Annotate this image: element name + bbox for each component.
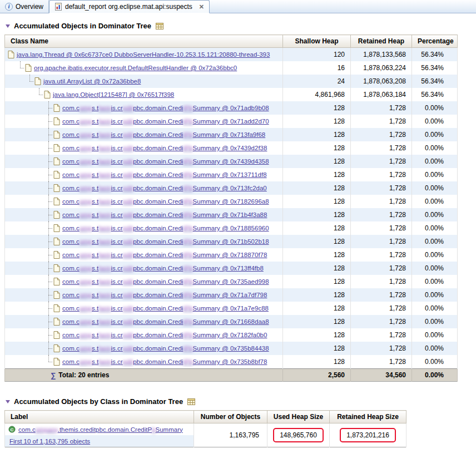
retained-heap-cell: 1,728 [351,101,412,115]
retained-heap-cell: 1,728 [351,355,412,369]
class-link[interactable]: com.comps.themis.creditpbc.domain.Credit… [62,278,269,285]
tree-row[interactable]: java.util.ArrayList @ 0x72a36bbe8241,878… [5,75,458,88]
class-link[interactable]: com.comps.themis.creditpbc.domain.Credit… [62,225,269,231]
tree-row[interactable]: com.comps.themis.creditpbc.domain.Credit… [5,221,458,235]
percentage-cell: 0.00% [412,342,458,355]
class-link[interactable]: com.comps.themis.creditpbc.domain.Credit… [62,318,269,325]
tree-row[interactable]: com.comps.themis.creditpbc.domain.Credit… [5,342,458,355]
retained-heap-highlight-box: 1,873,201,216 [340,428,396,442]
redacted-text: tPb [183,252,192,258]
object-icon [53,238,60,245]
collapse-twisty-icon[interactable] [6,24,10,28]
by-class-label-link[interactable]: com.company.themis.creditpbc.domain.Cred… [18,426,183,433]
tree-connector [45,195,53,208]
close-icon[interactable]: ✕ [199,3,204,11]
by-class-row[interactable]: C com.company.themis.creditpbc.domain.Cr… [5,423,406,447]
redacted-text: hem [98,238,111,245]
class-link[interactable]: org.apache.ibatis.executor.result.Defaul… [34,65,237,71]
tree-row[interactable]: com.comps.themis.creditpbc.domain.Credit… [5,235,458,248]
tree-row[interactable]: com.comps.themis.creditpbc.domain.Credit… [5,155,458,168]
object-icon [8,51,14,58]
class-link[interactable]: com.comps.themis.creditpbc.domain.Credit… [62,211,267,218]
tree-row[interactable]: com.comps.themis.creditpbc.domain.Credit… [5,262,458,275]
class-link[interactable]: com.comps.themis.creditpbc.domain.Credit… [62,158,269,165]
class-link[interactable]: com.comps.themis.creditpbc.domain.Credit… [62,238,269,245]
tree-row[interactable]: org.apache.ibatis.executor.result.Defaul… [5,61,458,75]
tree-row[interactable]: java.lang.Thread @ 0x6c6737ce0 DubboServ… [5,48,458,62]
class-link[interactable]: com.comps.themis.creditpbc.domain.Credit… [62,118,269,125]
class-link[interactable]: java.lang.Object[1215487] @ 0x76517f398 [53,91,174,98]
tree-row[interactable]: com.comps.themis.creditpbc.domain.Credit… [5,141,458,155]
object-icon [44,91,51,98]
column-header-used-heap-size[interactable]: Used Heap Size [267,411,330,423]
column-header-number-of-objects[interactable]: Number of Objects [194,411,267,423]
tree-row[interactable]: com.comps.themis.creditpbc.domain.Credit… [5,101,458,115]
class-link[interactable]: com.comps.themis.creditpbc.domain.Credit… [62,265,264,272]
tree-row[interactable]: java.lang.Object[1215487] @ 0x76517f3984… [5,88,458,101]
tree-connector [26,75,34,88]
class-link[interactable]: com.comps.themis.creditpbc.domain.Credit… [62,252,267,258]
percentage-cell: 56.34% [412,61,458,75]
redacted-text: tPb [183,278,192,285]
collapse-twisty-icon[interactable] [6,400,10,403]
class-link[interactable]: com.comps.themis.creditpbc.domain.Credit… [62,185,267,191]
column-header-retained-heap[interactable]: Retained Heap [351,35,412,48]
tree-row[interactable]: com.comps.themis.creditpbc.domain.Credit… [5,288,458,302]
retained-heap-cell: 1,728 [351,195,412,208]
class-link[interactable]: java.lang.Thread @ 0x6c6737ce0 DubboServ… [17,51,270,58]
percentage-cell: 0.00% [412,195,458,208]
class-link[interactable]: com.comps.themis.creditpbc.domain.Credit… [62,145,267,151]
tree-row[interactable]: com.comps.themis.creditpbc.domain.Credit… [5,275,458,288]
column-header-retained-heap-size[interactable]: Retained Heap Size [330,411,406,423]
tree-row[interactable]: com.comps.themis.creditpbc.domain.Credit… [5,328,458,342]
tree-connector [45,315,53,328]
tree-row[interactable]: com.comps.themis.creditpbc.domain.Credit… [5,128,458,141]
tree-row[interactable]: com.comps.themis.creditpbc.domain.Credit… [5,168,458,181]
object-icon [53,318,60,326]
redacted-text: edit [123,305,133,312]
class-link[interactable]: com.comps.themis.creditpbc.domain.Credit… [62,292,267,298]
tree-row[interactable]: com.comps.themis.creditpbc.domain.Credit… [5,355,458,369]
dominator-tree-table: Class Name Shallow Heap Retained Heap Pe… [4,35,458,382]
class-link[interactable]: com.comps.themis.creditpbc.domain.Credit… [62,105,269,111]
tree-row[interactable]: com.comps.themis.creditpbc.domain.Credit… [5,315,458,328]
percentage-cell: 56.34% [412,75,458,88]
class-link[interactable]: com.comps.themis.creditpbc.domain.Credit… [62,305,269,312]
tree-row[interactable]: com.comps.themis.creditpbc.domain.Credit… [5,302,458,315]
tree-connector [45,248,53,262]
redacted-text: ompany [36,426,58,433]
column-header-shallow-heap[interactable]: Shallow Heap [283,35,351,48]
class-link[interactable]: com.comps.themis.creditpbc.domain.Credit… [62,345,269,352]
redacted-text: tPb [183,332,192,338]
tree-row[interactable]: com.comps.themis.creditpbc.domain.Credit… [5,248,458,262]
class-link[interactable]: java.util.ArrayList @ 0x72a36bbe8 [43,78,141,85]
tab-overview[interactable]: i Overview [0,0,49,13]
column-header-class-name[interactable]: Class Name [5,35,283,48]
percentage-cell: 0.00% [412,181,458,195]
tree-row[interactable]: com.comps.themis.creditpbc.domain.Credit… [5,115,458,128]
first-n-line: First 10 of 1,163,795 objects [5,435,194,447]
class-link[interactable]: com.comps.themis.creditpbc.domain.Credit… [62,332,267,338]
class-link[interactable]: com.comps.themis.creditpbc.domain.Credit… [62,358,267,365]
class-link[interactable]: com.comps.themis.creditpbc.domain.Credit… [62,171,267,178]
tree-connector [45,115,53,128]
shallow-heap-cell: 128 [283,328,351,342]
redacted-text: edit [123,252,133,258]
redacted-text: tPb [183,171,192,178]
column-header-label[interactable]: Label [5,411,194,423]
redacted-text: hem [98,292,111,298]
tree-row[interactable]: com.comps.themis.creditpbc.domain.Credit… [5,181,458,195]
tree-connector [45,168,53,181]
first-n-objects-link[interactable]: First 10 of 1,163,795 objects [9,438,90,445]
class-link[interactable]: com.comps.themis.creditpbc.domain.Credit… [62,198,269,205]
column-header-percentage[interactable]: Percentage [412,35,458,48]
class-link[interactable]: com.comps.themis.creditpbc.domain.Credit… [62,131,265,138]
tab-suspects[interactable]: default_report org.eclipse.mat.api:suspe… [49,0,210,13]
retained-heap-cell: 1,728 [351,155,412,168]
object-icon [53,144,60,152]
percentage-cell: 0.00% [412,355,458,369]
redacted-text: tPb [183,318,192,325]
tree-row[interactable]: com.comps.themis.creditpbc.domain.Credit… [5,208,458,221]
redacted-text: hem [98,318,111,325]
tree-row[interactable]: com.comps.themis.creditpbc.domain.Credit… [5,195,458,208]
